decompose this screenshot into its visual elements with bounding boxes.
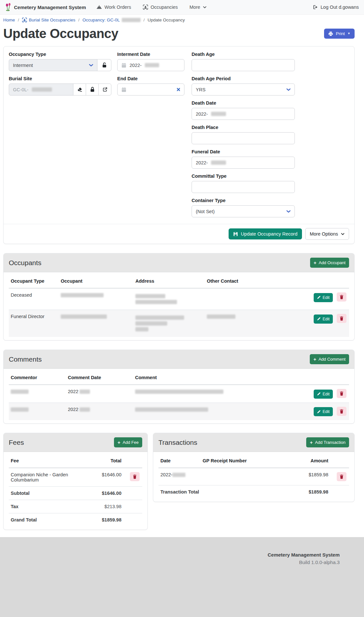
occupants-section: Occupants + Add Occupant Occupant Type O… xyxy=(3,253,355,341)
trash-icon xyxy=(340,295,344,299)
logout-link[interactable]: Log Out d.gowans xyxy=(313,5,359,10)
committal-type-input[interactable] xyxy=(192,181,295,193)
printer-icon xyxy=(328,32,333,36)
comments-section: Comments + Add Comment Commentor Comment… xyxy=(3,350,355,424)
plus-icon: + xyxy=(118,440,120,445)
redacted-text xyxy=(80,390,90,394)
death-place-input[interactable] xyxy=(192,132,295,144)
committal-type-label: Committal Type xyxy=(192,174,295,179)
breadcrumb-home[interactable]: Home xyxy=(3,18,15,22)
occupancy-type-unlock-button[interactable] xyxy=(97,59,111,71)
nav-occupancies[interactable]: Occupancies xyxy=(143,5,178,10)
nav-work-orders-label: Work Orders xyxy=(105,5,131,10)
x-clear-icon xyxy=(177,88,180,91)
breadcrumb: Home / Burial Site Occupanc xyxy=(3,15,355,24)
redacted-text xyxy=(135,315,184,320)
death-age-period-select[interactable]: YRS xyxy=(192,84,295,96)
delete-occupant-button[interactable] xyxy=(337,314,346,323)
redacted-text xyxy=(135,321,167,326)
burial-site-open-button[interactable] xyxy=(98,84,111,96)
edit-comment-button[interactable]: Edit xyxy=(314,390,333,399)
add-transaction-button[interactable]: + Add Transaction xyxy=(306,437,349,447)
pencil-icon xyxy=(317,410,320,414)
death-date-value: 2022- xyxy=(196,111,208,117)
update-occupancy-record-label: Update Occupancy Record xyxy=(241,231,297,237)
column-header: Total xyxy=(99,454,124,468)
trash-icon xyxy=(133,474,137,479)
logout-icon xyxy=(313,5,318,10)
transaction-date-cell: 2022- xyxy=(158,468,200,485)
summary-row: Grand Total $1859.98 xyxy=(9,513,142,527)
redacted-text xyxy=(11,390,29,394)
column-header: Date xyxy=(158,454,200,468)
container-type-select[interactable]: (Not Set) xyxy=(192,205,295,217)
logout-label: Log Out d.gowans xyxy=(320,5,359,10)
interment-date-value: 2022- xyxy=(130,63,142,68)
lock-open-icon xyxy=(102,62,107,68)
delete-comment-button[interactable] xyxy=(337,389,346,398)
redacted-text xyxy=(32,87,52,92)
death-age-period-label: Death Age Period xyxy=(192,76,295,81)
transactions-title: Transactions xyxy=(158,439,197,446)
death-age-label: Death Age xyxy=(192,52,295,57)
app-title: Cemetery Management System xyxy=(14,5,86,10)
add-occupant-button[interactable]: + Add Occupant xyxy=(310,258,349,268)
tax-label: Tax xyxy=(9,500,99,513)
calendar-icon xyxy=(121,63,126,68)
delete-fee-button[interactable] xyxy=(130,472,140,481)
nav-work-orders[interactable]: Work Orders xyxy=(96,5,131,10)
container-type-value: (Not Set) xyxy=(196,209,215,214)
occupant-name-cell xyxy=(58,310,133,337)
death-age-input[interactable] xyxy=(192,59,295,71)
add-comment-button[interactable]: + Add Comment xyxy=(310,354,349,364)
table-row: 2022 Edit xyxy=(9,403,349,420)
delete-comment-button[interactable] xyxy=(337,407,346,416)
portrait-icon xyxy=(22,18,27,22)
edit-label: Edit xyxy=(322,295,330,300)
end-date-input[interactable] xyxy=(117,84,184,96)
occupancy-form-card: Occupancy Type Interment xyxy=(3,46,355,244)
edit-comment-button[interactable]: Edit xyxy=(314,407,333,416)
table-row: 2022 Edit xyxy=(9,385,349,403)
breadcrumb-separator: / xyxy=(18,18,19,22)
burial-site-lock-button[interactable] xyxy=(86,84,99,96)
funeral-date-input[interactable]: 2022- xyxy=(192,157,295,169)
occupant-type-cell: Deceased xyxy=(9,288,58,310)
edit-occupant-button[interactable]: Edit xyxy=(314,315,333,324)
print-button[interactable]: Print ▼ xyxy=(324,29,355,39)
add-fee-button[interactable]: + Add Fee xyxy=(114,437,142,447)
edit-occupant-button[interactable]: Edit xyxy=(314,293,333,302)
table-row: Companion Niche - Garden Columbarium $16… xyxy=(9,468,142,487)
occupancy-type-select[interactable]: Interment xyxy=(9,59,97,71)
redacted-text xyxy=(80,407,90,412)
redacted-text xyxy=(135,327,148,331)
fees-title: Fees xyxy=(9,439,24,446)
breadcrumb-occupancy[interactable]: Occupancy: GC-0L xyxy=(82,18,141,22)
page: Cemetery Management System Work Orders xyxy=(0,0,364,617)
fee-total-cell: $1646.00 xyxy=(99,468,124,487)
more-options-button[interactable]: More Options xyxy=(305,228,349,240)
interment-date-input[interactable]: 2022- xyxy=(117,59,184,71)
comment-cell xyxy=(132,385,287,403)
end-date-clear-button[interactable] xyxy=(177,88,180,91)
breadcrumb-burial-site-occupancies[interactable]: Burial Site Occupancies xyxy=(22,18,75,22)
burial-site-clear-button[interactable] xyxy=(73,84,86,96)
brand-link[interactable]: Cemetery Management System xyxy=(5,3,86,12)
occupant-type-cell: Funeral Director xyxy=(9,310,58,337)
nav-occupancies-label: Occupancies xyxy=(151,5,178,10)
death-date-label: Death Date xyxy=(192,100,295,106)
occupant-contact-cell xyxy=(204,288,269,310)
nav-more[interactable]: More xyxy=(190,5,207,10)
occupants-table: Occupant Type Occupant Address Other Con… xyxy=(9,274,349,337)
update-occupancy-record-button[interactable]: Update Occupancy Record xyxy=(229,228,302,239)
death-date-input[interactable]: 2022- xyxy=(192,108,295,120)
redacted-text xyxy=(135,407,208,412)
delete-occupant-button[interactable] xyxy=(337,292,346,302)
column-header: Comment xyxy=(132,371,287,385)
plus-icon: + xyxy=(313,357,316,362)
death-place-label: Death Place xyxy=(192,125,295,130)
column-header: GP Receipt Number xyxy=(200,454,285,468)
chevron-down-icon xyxy=(89,64,93,67)
delete-transaction-button[interactable] xyxy=(337,472,346,481)
add-comment-label: Add Comment xyxy=(319,357,345,362)
